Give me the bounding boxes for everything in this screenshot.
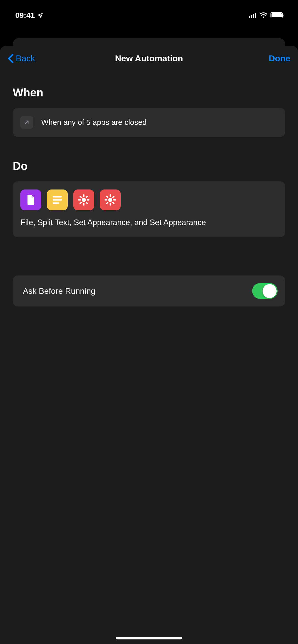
status-bar: 09:41	[0, 0, 298, 25]
do-actions-card[interactable]: File, Split Text, Set Appearance, and Se…	[13, 181, 285, 237]
svg-line-21	[113, 196, 114, 197]
svg-point-4	[82, 198, 86, 202]
chevron-left-icon	[8, 54, 14, 63]
text-icon	[47, 189, 68, 210]
app-trigger-icon	[20, 116, 33, 129]
appearance-icon	[73, 189, 94, 210]
action-icons-row	[20, 189, 278, 210]
battery-icon	[270, 12, 283, 18]
svg-line-16	[107, 196, 108, 197]
done-button[interactable]: Done	[269, 53, 290, 63]
do-section-title: Do	[13, 160, 285, 172]
ask-before-running-label: Ask Before Running	[23, 286, 96, 296]
svg-line-11	[80, 202, 81, 203]
location-icon	[37, 12, 43, 18]
do-section: Do	[13, 160, 285, 237]
svg-point-13	[108, 198, 112, 202]
when-trigger-card[interactable]: When any of 5 apps are closed	[13, 108, 285, 137]
appearance-icon	[100, 189, 121, 210]
ask-before-running-row: Ask Before Running	[13, 275, 285, 306]
svg-line-20	[107, 202, 108, 203]
signal-icon	[249, 13, 256, 18]
nav-bar: Back New Automation Done	[0, 46, 298, 71]
file-icon	[20, 189, 41, 210]
svg-line-0	[25, 121, 28, 124]
toggle-knob	[263, 284, 277, 298]
page-title: New Automation	[115, 53, 183, 63]
when-trigger-label: When any of 5 apps are closed	[41, 118, 147, 127]
when-section-title: When	[13, 86, 285, 99]
home-indicator[interactable]	[116, 637, 182, 639]
wifi-icon	[259, 12, 267, 19]
status-indicators	[249, 12, 283, 19]
action-summary-label: File, Split Text, Set Appearance, and Se…	[20, 217, 278, 228]
back-button[interactable]: Back	[8, 53, 35, 63]
svg-line-7	[80, 196, 81, 197]
options-section: Ask Before Running	[13, 275, 285, 306]
svg-line-17	[113, 202, 114, 203]
when-section: When When any of 5 apps are closed	[13, 86, 285, 137]
ask-before-running-toggle[interactable]	[252, 283, 278, 299]
back-label: Back	[16, 53, 35, 63]
automation-sheet: Back New Automation Done When When any o…	[0, 46, 298, 644]
status-time: 09:41	[15, 11, 43, 20]
time-label: 09:41	[15, 11, 35, 20]
svg-line-12	[86, 196, 87, 197]
svg-line-8	[86, 202, 87, 203]
